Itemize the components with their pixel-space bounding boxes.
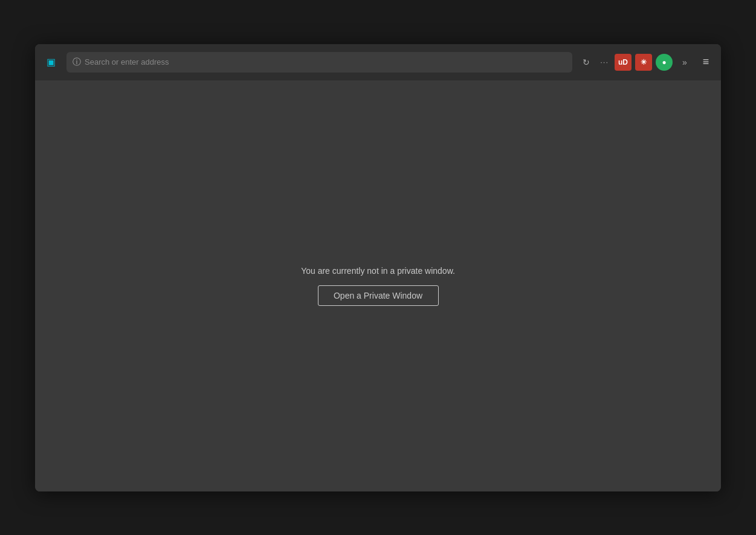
ublock-origin-icon: uD [618,58,628,66]
more-icon: ··· [600,57,609,66]
not-private-message: You are currently not in a private windo… [301,266,455,276]
open-private-window-button[interactable]: Open a Private Window [318,285,439,306]
toolbar: ▣ ⓘ ↻ ··· uD ✳ ● » ≡ [35,44,721,80]
sidebar-toggle-button[interactable]: ▣ [41,53,60,72]
reload-button[interactable]: ↻ [578,54,594,70]
address-input[interactable] [85,57,566,66]
address-bar-container: ⓘ [66,52,572,73]
info-icon: ⓘ [73,57,81,68]
browser-content: You are currently not in a private windo… [35,80,721,491]
reload-icon: ↻ [583,57,590,67]
extension-gear-icon: ✳ [641,58,647,66]
extension-circle-icon: ● [662,58,666,66]
extension-gear-button[interactable]: ✳ [635,54,652,71]
extensions-overflow-icon: » [682,57,687,67]
extensions-overflow-button[interactable]: » [676,54,693,71]
more-button[interactable]: ··· [598,56,611,68]
hamburger-menu-icon: ≡ [703,56,709,68]
sidebar-toggle-icon: ▣ [47,56,56,68]
extension-circle-button[interactable]: ● [656,54,673,71]
hamburger-menu-button[interactable]: ≡ [697,53,715,71]
browser-window: ▣ ⓘ ↻ ··· uD ✳ ● » ≡ You are currently [35,44,721,491]
ublock-origin-button[interactable]: uD [615,54,632,71]
